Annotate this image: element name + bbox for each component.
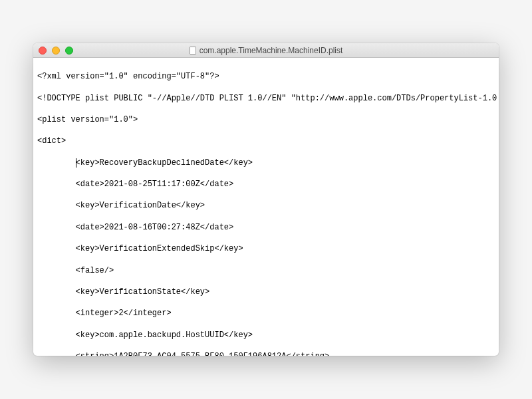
plist-line: <date>2021-08-25T11:17:00Z</date> — [37, 179, 495, 190]
doctype: <!DOCTYPE plist PUBLIC "-//Apple//DTD PL… — [37, 93, 495, 104]
document-icon — [190, 47, 196, 55]
plist-line: <key>VerificationState</key> — [37, 287, 495, 297]
text-content[interactable]: <?xml version="1.0" encoding="UTF-8"?> <… — [33, 58, 499, 356]
close-icon[interactable] — [39, 47, 47, 55]
editor-window: com.apple.TimeMachine.MachineID.plist <?… — [33, 43, 499, 356]
zoom-icon[interactable] — [65, 47, 73, 55]
plist-line: <false/> — [37, 265, 495, 276]
plist-line: <key>VerificationExtendedSkip</key> — [37, 243, 495, 254]
plist-line: <string>1A2B0F73-AC04-5575-BF80-150F196A… — [37, 351, 495, 356]
minimize-icon[interactable] — [52, 47, 60, 55]
plist-line: <key>RecoveryBackupDeclinedDate</key> — [37, 158, 495, 168]
plist-line: <integer>2</integer> — [37, 308, 495, 319]
dict-open: <dict> — [37, 136, 495, 146]
plist-line: <date>2021-08-16T00:27:48Z</date> — [37, 222, 495, 233]
plist-line: <key>com.apple.backupd.HostUUID</key> — [37, 330, 495, 340]
window-title: com.apple.TimeMachine.MachineID.plist — [200, 46, 343, 55]
xml-declaration: <?xml version="1.0" encoding="UTF-8"?> — [37, 71, 495, 82]
traffic-lights — [33, 47, 73, 55]
titlebar[interactable]: com.apple.TimeMachine.MachineID.plist — [33, 43, 499, 58]
title-center: com.apple.TimeMachine.MachineID.plist — [33, 46, 499, 55]
plist-open: <plist version="1.0"> — [37, 114, 495, 125]
plist-line: <key>VerificationDate</key> — [37, 200, 495, 211]
plist-text: <key>RecoveryBackupDeclinedDate</key> — [76, 158, 253, 168]
